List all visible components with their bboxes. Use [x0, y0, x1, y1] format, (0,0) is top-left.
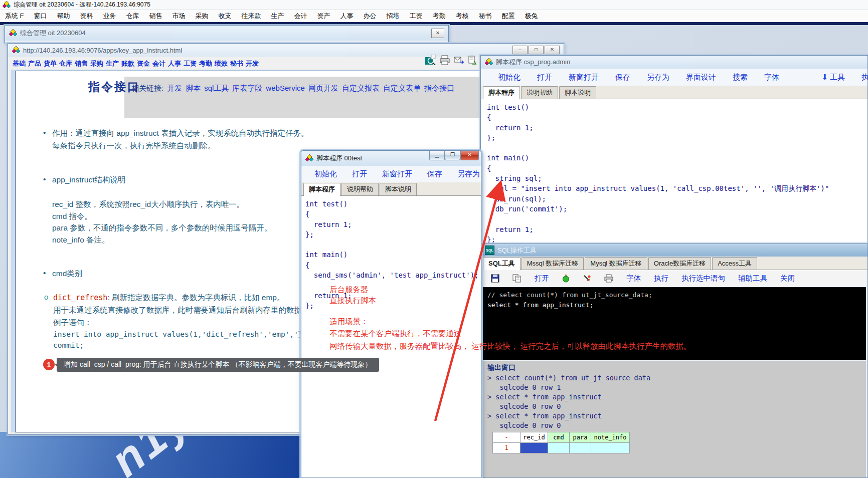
minimize-button[interactable]: ▁: [429, 151, 445, 160]
main-menu-item[interactable]: 招培: [382, 10, 405, 22]
related-link[interactable]: 库表字段: [232, 84, 262, 93]
run-selected-button[interactable]: 执行选中语句: [681, 274, 725, 283]
related-link[interactable]: 开发: [167, 84, 182, 93]
tab-oracle-migrate[interactable]: Oracle数据库迁移: [648, 257, 711, 270]
header-dash[interactable]: -: [493, 432, 520, 443]
init-button[interactable]: 初始化: [314, 169, 337, 179]
tools-button[interactable]: ⬇ 工具: [821, 73, 845, 82]
main-menu-item[interactable]: 生产: [266, 10, 289, 22]
close-button[interactable]: ✕: [431, 29, 444, 38]
main-menu-item[interactable]: 收支: [214, 10, 237, 22]
print-icon[interactable]: [604, 274, 613, 283]
tab-help[interactable]: 说明帮助: [521, 86, 558, 99]
tab-script[interactable]: 脚本程序: [303, 183, 340, 196]
nav-menu-item[interactable]: 绩效: [215, 59, 228, 68]
copy-icon[interactable]: [512, 274, 522, 283]
send-mail-icon[interactable]: [454, 56, 464, 64]
main-menu-item[interactable]: 采购: [191, 10, 214, 22]
main-menu-item[interactable]: 资产: [312, 10, 335, 22]
save-button[interactable]: 保存: [427, 169, 442, 179]
main-menu-item[interactable]: 市场: [167, 10, 191, 22]
save-button[interactable]: 保存: [615, 73, 630, 82]
nav-menu-item[interactable]: 生产: [106, 59, 119, 68]
selected-cell[interactable]: [520, 443, 548, 453]
open-new-window-button[interactable]: 新窗打开: [382, 169, 412, 179]
wand-icon[interactable]: [583, 274, 591, 283]
tab-help[interactable]: 说明帮助: [341, 183, 379, 195]
open-button[interactable]: 打开: [352, 169, 367, 179]
close-button[interactable]: ✕: [545, 46, 560, 55]
related-link[interactable]: 脚本: [186, 84, 201, 93]
main-menu-item[interactable]: 人事: [335, 10, 359, 22]
main-menu-item[interactable]: 考核: [451, 10, 474, 22]
main-menu-item[interactable]: 帮助: [52, 10, 75, 22]
ui-design-button[interactable]: 界面设计: [686, 73, 716, 82]
row-index-cell[interactable]: 1: [493, 443, 520, 453]
init-button[interactable]: 初始化: [498, 73, 520, 82]
main-menu-item[interactable]: 资料: [75, 10, 98, 22]
tab-sql-tool[interactable]: SQL工具: [483, 257, 520, 270]
main-menu-item[interactable]: 考勤: [428, 10, 451, 22]
nav-menu-item[interactable]: 人事: [168, 59, 181, 68]
related-link[interactable]: 指令接口: [424, 84, 454, 93]
related-link[interactable]: 自定义表单: [383, 84, 421, 93]
csp-code-editor[interactable]: int test() { return 1; }; int main() { s…: [481, 99, 867, 244]
header-cmd[interactable]: cmd: [548, 432, 570, 443]
nav-menu-item[interactable]: 仓库: [59, 59, 72, 68]
header-para[interactable]: para: [570, 432, 591, 443]
run-button[interactable]: 执行: [861, 73, 868, 82]
main-menu-item[interactable]: 极兔: [520, 10, 543, 22]
print-icon[interactable]: [440, 55, 450, 65]
nav-menu-item[interactable]: 基础: [13, 59, 26, 68]
minimize-button[interactable]: ‒: [512, 46, 528, 55]
related-link[interactable]: sql工具: [204, 84, 229, 93]
save-as-button[interactable]: 另存为: [647, 73, 669, 82]
open-button[interactable]: 打开: [537, 73, 552, 82]
search-button[interactable]: 搜索: [733, 73, 748, 82]
para-cell[interactable]: [570, 443, 591, 453]
note-info-cell[interactable]: [591, 443, 630, 453]
tab-script-desc[interactable]: 脚本说明: [380, 183, 417, 195]
open-button[interactable]: 打开: [535, 274, 549, 283]
00test-code-editor[interactable]: int test() { return 1; }; int main() { s…: [301, 196, 481, 311]
cmd-cell[interactable]: [548, 443, 570, 453]
save-icon[interactable]: [491, 274, 499, 283]
helper-tools-button[interactable]: 辅助工具: [738, 274, 767, 283]
tab-script[interactable]: 脚本程序: [483, 86, 520, 99]
nav-menu-item[interactable]: 会计: [152, 59, 165, 68]
nav-menu-item[interactable]: 秘书: [230, 59, 243, 68]
nav-menu-item[interactable]: 资金: [137, 59, 150, 68]
header-rec-id[interactable]: rec_id: [520, 432, 548, 443]
green-orb-icon[interactable]: [562, 274, 570, 283]
related-link[interactable]: webService: [266, 84, 305, 93]
font-button[interactable]: 字体: [626, 274, 641, 283]
tab-script-desc[interactable]: 脚本说明: [559, 86, 596, 99]
run-button[interactable]: 执行: [654, 274, 668, 283]
open-new-window-button[interactable]: 新窗打开: [569, 73, 599, 82]
tab-mssql-migrate[interactable]: Mssql 数据库迁移: [522, 257, 584, 270]
maximize-button[interactable]: □: [529, 46, 544, 55]
related-link[interactable]: 网页开发: [308, 84, 338, 93]
main-menu-item[interactable]: 工资: [405, 10, 428, 22]
save-as-button[interactable]: 另存为: [457, 169, 480, 179]
nav-menu-item[interactable]: 开发: [246, 59, 259, 68]
sql-output-log[interactable]: > select count(*) from ut_jt_source_data…: [482, 373, 866, 430]
nav-menu-item[interactable]: 货单: [44, 59, 57, 68]
main-menu-item[interactable]: 系统 F: [0, 10, 29, 22]
nav-menu-item[interactable]: 账款: [121, 59, 134, 68]
nav-menu-item[interactable]: 采购: [90, 59, 103, 68]
search-icon[interactable]: [425, 55, 436, 65]
close-button[interactable]: 关闭: [780, 274, 795, 283]
main-menu-item[interactable]: 会计: [289, 10, 312, 22]
nav-menu-item[interactable]: 产品: [28, 59, 41, 68]
close-button[interactable]: ✕: [460, 151, 479, 160]
main-menu-item[interactable]: 办公: [359, 10, 382, 22]
nav-menu-item[interactable]: 考勤: [199, 59, 212, 68]
main-menu-item[interactable]: 仓库: [121, 10, 144, 22]
font-button[interactable]: 字体: [764, 73, 779, 82]
restore-button[interactable]: ❐: [445, 151, 460, 160]
main-menu-item[interactable]: 秘书: [474, 10, 497, 22]
main-menu-item[interactable]: 配置: [497, 10, 520, 22]
related-link[interactable]: 自定义报表: [342, 84, 380, 93]
main-menu-item[interactable]: 往来款: [237, 10, 266, 22]
